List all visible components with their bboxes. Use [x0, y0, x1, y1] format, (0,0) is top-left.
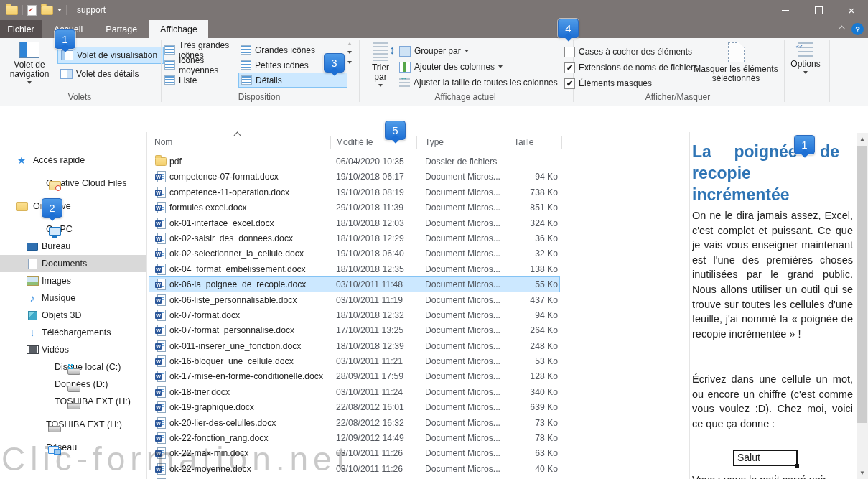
ribbon-tab[interactable]: Fichier [0, 20, 42, 38]
sidebar-item-label: Données (D:) [55, 379, 108, 389]
layout-option[interactable]: Liste [162, 73, 238, 88]
group-by-button[interactable]: Grouper par [399, 43, 469, 59]
size-all-columns-button[interactable]: Ajuster la taille de toutes les colonnes [399, 75, 558, 90]
word-icon [155, 466, 162, 473]
file-size: 639 Ko [486, 402, 558, 412]
checkbox[interactable] [564, 47, 575, 57]
help-icon[interactable]: ? [851, 23, 864, 35]
sidebar-item[interactable]: Creative Cloud Files [0, 175, 146, 192]
file-type-icon [155, 233, 166, 244]
sidebar-item[interactable]: Vidéos [0, 341, 146, 358]
file-row[interactable]: ok-19-graphique.docx 22/08/2012 16:01 Do… [149, 399, 689, 414]
options-label: Options [790, 59, 820, 69]
file-size: 437 Ko [486, 295, 558, 305]
column-header-modified[interactable]: Modifié le [336, 137, 373, 147]
sort-by-button[interactable]: Trier par [365, 42, 396, 87]
scrollbar-down-icon[interactable]: ▼ [857, 467, 868, 479]
column-header-name[interactable]: Nom [154, 137, 172, 147]
scroll-down-icon[interactable] [347, 51, 352, 54]
file-row[interactable]: ok-20-lier-des-celulles.docx 22/08/2012 … [149, 415, 689, 430]
word-icon [155, 312, 162, 319]
group-by-icon [399, 46, 411, 57]
sidebar-item[interactable]: Téléchargements [0, 324, 146, 341]
navigation-pane-button[interactable]: Volet de navigation [6, 42, 53, 84]
file-row[interactable]: ok-07-format.docx 18/10/2018 12:32 Docum… [149, 307, 689, 322]
column-headers: Nom Modifié le Type Taille [149, 135, 689, 151]
file-row[interactable]: ok-02-selectionner_la_cellule.docx 19/10… [149, 246, 689, 261]
file-name: ok-16-bloquer_une_cellule.docx [169, 356, 294, 366]
show-hide-checkbox-row[interactable]: Cases à cocher des éléments [564, 44, 692, 60]
file-row[interactable]: ok-23-fonction_si.docx 22/08/2012 16:55 … [149, 476, 689, 479]
file-row[interactable]: competence-11-operation.docx 19/10/2018 … [149, 185, 689, 200]
layout-option[interactable]: Icônes moyennes [162, 57, 238, 73]
collapse-ribbon-icon[interactable] [839, 26, 846, 33]
sidebar-item[interactable]: Réseau [0, 439, 146, 456]
file-row[interactable]: ok-22-max-min.docx 03/10/2011 11:26 Docu… [149, 445, 689, 460]
file-size: 340 Ko [486, 387, 558, 397]
scrollbar-thumb[interactable] [857, 146, 867, 423]
sidebar-item[interactable]: OneDrive [0, 197, 146, 215]
sidebar-item[interactable]: Objets 3D [0, 307, 146, 324]
window-title: support [77, 5, 106, 15]
column-divider[interactable] [561, 136, 562, 149]
file-row[interactable]: ok-22-moyenne.docx 03/10/2011 11:26 Docu… [149, 461, 689, 476]
checkbox-label: Cases à cocher des éléments [579, 47, 692, 57]
column-header-type[interactable]: Type [425, 137, 444, 147]
sidebar-item[interactable]: Disque local (C:) [0, 358, 146, 376]
sidebar-item[interactable]: Ce PC [0, 220, 146, 238]
file-row[interactable]: pdf 06/04/2020 10:35 Dossier de fichiers [149, 154, 689, 169]
sidebar-item[interactable]: Bureau [0, 238, 146, 255]
sidebar-item-icon [15, 154, 28, 167]
add-columns-button[interactable]: Ajouter des colonnes [399, 59, 503, 75]
sidebar-item[interactable]: Accès rapide [0, 152, 146, 169]
layout-option[interactable]: Détails [238, 73, 347, 88]
sidebar-item-icon [67, 363, 80, 376]
checkbox[interactable]: ✔ [564, 62, 575, 73]
column-header-size[interactable]: Taille [514, 137, 533, 147]
sidebar-item[interactable]: Données (D:) [0, 376, 146, 393]
options-button[interactable]: Options [784, 42, 827, 74]
preview-pane-button[interactable]: Volet de visualisation [57, 47, 164, 64]
file-row[interactable]: ok-011-inserer_une_fonction.docx 18/10/2… [149, 338, 689, 353]
sidebar-item[interactable]: Documents [0, 255, 146, 272]
file-row[interactable]: ok-07-format_personnalise.docx 17/10/201… [149, 322, 689, 338]
file-row[interactable]: competence-07-format.docx 19/10/2018 06:… [149, 169, 689, 184]
file-row[interactable]: ok-04_format_embelissement.docx 18/10/20… [149, 261, 689, 276]
ribbon-tab[interactable]: Partage [95, 20, 148, 38]
preview-scrollbar[interactable]: ▲ ▼ [857, 133, 868, 479]
scrollbar-up-icon[interactable]: ▲ [857, 133, 868, 145]
show-hide-checkbox-row[interactable]: ✔ Extensions de noms de fichiers [564, 60, 698, 75]
minimize-button[interactable] [769, 0, 802, 20]
file-row[interactable]: ok-02-saisir_des_donnees.docx 18/10/2018… [149, 231, 689, 246]
show-hide-checkbox-row[interactable]: ✔ Éléments masqués [564, 75, 652, 91]
maximize-button[interactable] [802, 0, 835, 20]
details-pane-button[interactable]: Volet des détails [57, 66, 162, 82]
file-row[interactable]: ok-01-interface_excel.docx 18/10/2018 12… [149, 215, 689, 231]
file-row[interactable]: ok-16-bloquer_une_cellule.docx 03/10/201… [149, 353, 689, 368]
file-row[interactable]: ok-22-fonction_rang.docx 12/09/2012 14:4… [149, 430, 689, 445]
file-row[interactable]: ok-18-trier.docx 03/10/2011 11:24 Docume… [149, 384, 689, 399]
file-row[interactable]: formules excel.docx 29/10/2018 11:39 Doc… [149, 200, 689, 215]
file-row[interactable]: ok-06-la_poignee_de_recopie.docx 03/10/2… [149, 276, 560, 292]
sort-ascending-icon [234, 132, 241, 139]
scroll-up-icon[interactable] [347, 42, 352, 45]
new-folder-icon[interactable] [41, 6, 53, 15]
sidebar-item[interactable]: Images [0, 272, 146, 289]
file-row[interactable]: ok-06-liste_personnalisable.docx 03/10/2… [149, 292, 689, 307]
close-button[interactable]: × [835, 0, 868, 20]
ribbon-tab[interactable]: Affichage [149, 20, 208, 38]
checkbox[interactable]: ✔ [564, 78, 575, 89]
file-row[interactable]: ok-17-mise-en-forme-conditionelle.docx 2… [149, 368, 689, 383]
column-divider[interactable] [503, 136, 503, 149]
file-name: ok-011-inserer_une_fonction.docx [169, 341, 301, 351]
sidebar-item[interactable]: TOSHIBA EXT (H:) [0, 416, 146, 433]
hide-selected-items-button[interactable]: Masquer les éléments sélectionnés [691, 42, 781, 83]
properties-icon[interactable] [27, 5, 37, 16]
column-divider[interactable] [330, 136, 331, 149]
sidebar-item[interactable]: TOSHIBA EXT (H:) [0, 393, 146, 410]
more-layouts-icon[interactable] [347, 60, 352, 64]
file-modified-date: 19/10/2018 08:19 [336, 187, 404, 197]
sidebar-item[interactable]: Musique [0, 289, 146, 307]
column-divider[interactable] [416, 136, 417, 149]
customize-qat-arrow-icon[interactable] [57, 9, 62, 11]
